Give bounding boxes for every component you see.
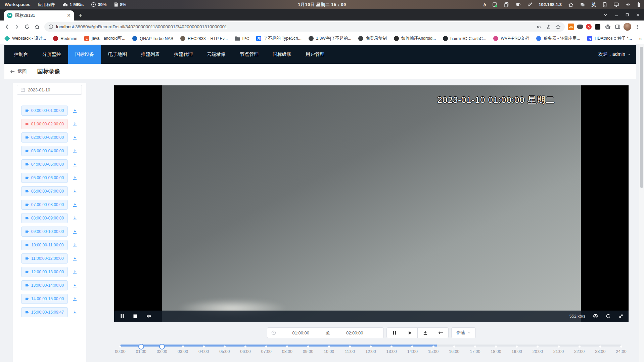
nav-item[interactable]: 国标级联 <box>266 45 298 64</box>
start-time-value[interactable]: 01:00:00 <box>276 330 326 335</box>
download-icon[interactable] <box>73 189 77 194</box>
seek-back-button[interactable] <box>433 327 449 338</box>
input-method-indicator[interactable]: 英 <box>592 2 596 8</box>
nav-item[interactable]: 控制台 <box>7 45 35 64</box>
recording-segment-button[interactable]: 10:00:00-11:00:00 <box>21 240 68 250</box>
download-icon[interactable] <box>73 230 77 234</box>
bookmark-item[interactable]: 免登录复制 <box>358 36 387 41</box>
nav-item[interactable]: 电子地图 <box>101 45 134 64</box>
color-picker-icon[interactable] <box>527 2 532 7</box>
bookmark-item[interactable]: Redmine <box>53 36 77 41</box>
recording-segment-button[interactable]: 01:00:00-02:00:00 <box>21 119 68 129</box>
clock-indicator[interactable]: 1月10日 星期二 15：09 <box>298 2 346 8</box>
download-icon[interactable] <box>73 149 77 153</box>
download-icon[interactable] <box>73 216 77 220</box>
bookmark-item[interactable]: Webstack - 设计... <box>5 36 46 41</box>
download-icon[interactable] <box>73 310 77 315</box>
player-mute-icon[interactable] <box>146 314 152 318</box>
nav-item[interactable]: 云端录像 <box>200 45 233 64</box>
nav-item[interactable]: 拉流代理 <box>167 45 200 64</box>
player-stop-icon[interactable] <box>133 314 137 318</box>
time-range-input[interactable]: 01:00:00 至 02:00:00 <box>267 327 384 338</box>
refresh-icon[interactable] <box>606 314 611 319</box>
browser-menu-kebab-icon[interactable] <box>633 23 641 31</box>
app-window-icon[interactable] <box>492 2 498 7</box>
password-key-icon[interactable] <box>537 24 542 30</box>
snapshot-shutter-icon[interactable] <box>593 314 598 319</box>
download-button[interactable] <box>417 327 433 338</box>
bookmark-item[interactable]: NHDAtmos :: 种子 *... <box>587 36 632 41</box>
download-icon[interactable] <box>73 176 77 180</box>
network-speed-indicator[interactable]: 1 MB/s <box>62 2 84 7</box>
recording-segment-button[interactable]: 09:00:00-10:00:00 <box>21 227 68 237</box>
timeline-handle[interactable] <box>138 344 144 350</box>
bookmark-item[interactable]: 服务器 - 轻量应用... <box>536 36 580 41</box>
extension-blocker-icon[interactable]: ✕ <box>586 24 592 30</box>
side-panel-icon[interactable] <box>613 23 622 31</box>
recording-segment-button[interactable]: 00:00:00-01:00:00 <box>21 106 68 116</box>
bookmark-item[interactable]: IPC <box>235 36 249 41</box>
ip-address-indicator[interactable]: 192.168.1.3 <box>539 2 562 7</box>
site-info-icon[interactable] <box>48 24 53 29</box>
timeline-track[interactable] <box>120 345 621 347</box>
recording-segment-button[interactable]: 11:00:00-12:00:00 <box>21 253 68 264</box>
fullscreen-icon[interactable] <box>618 314 624 319</box>
volume-icon[interactable] <box>626 2 631 7</box>
download-icon[interactable] <box>73 122 77 126</box>
window-minimize-button[interactable] <box>614 13 618 17</box>
clipboard-icon[interactable] <box>504 2 509 7</box>
recording-segment-button[interactable]: 03:00:00-04:00:00 <box>21 146 68 156</box>
extensions-puzzle-icon[interactable] <box>603 23 612 31</box>
new-tab-button[interactable]: + <box>79 12 82 18</box>
bookmark-item[interactable]: 知了不起的 TypeScri... <box>256 36 302 41</box>
window-maximize-button[interactable] <box>625 13 629 17</box>
workspaces-button[interactable]: Workspaces <box>5 2 30 7</box>
scrollbar-thumb[interactable] <box>640 47 643 188</box>
recording-segment-button[interactable]: 14:00:00-15:00:00 <box>21 294 68 304</box>
reload-button[interactable] <box>23 23 31 31</box>
page-scrollbar[interactable] <box>639 44 644 362</box>
download-icon[interactable] <box>73 270 77 274</box>
recording-segment-button[interactable]: 12:00:00-13:00:00 <box>21 267 68 277</box>
nav-item[interactable]: 节点管理 <box>233 45 266 64</box>
download-icon[interactable] <box>73 135 77 140</box>
download-icon[interactable] <box>73 283 77 288</box>
nav-item[interactable]: 推流列表 <box>134 45 167 64</box>
player-pause-icon[interactable] <box>120 314 124 318</box>
bookmark-star-icon[interactable] <box>555 24 561 30</box>
recording-segment-button[interactable]: 04:00:00-05:00:00 <box>21 159 68 169</box>
url-text[interactable]: localhost:38080/#/gbRecordDetail/3402000… <box>56 24 534 29</box>
download-icon[interactable] <box>73 109 77 113</box>
bookmark-item[interactable]: 1.8W字|了不起的... <box>309 36 351 41</box>
extension-pill-icon[interactable] <box>576 23 584 31</box>
window-close-button[interactable] <box>636 13 640 17</box>
extension-dark-icon[interactable] <box>593 23 602 31</box>
window-menu-chevron-icon[interactable] <box>603 13 608 17</box>
recording-segment-button[interactable]: 07:00:00-08:00:00 <box>21 200 68 210</box>
recording-segment-button[interactable]: 13:00:00-14:00:00 <box>21 280 68 290</box>
memory-usage-indicator[interactable]: 8% <box>114 2 126 7</box>
timeline-handle[interactable] <box>159 344 165 350</box>
back-link[interactable]: 返回 <box>10 69 27 75</box>
phone-link-icon[interactable] <box>602 2 607 7</box>
download-icon[interactable] <box>73 243 77 247</box>
recording-segment-button[interactable]: 05:00:00-06:00:00 <box>21 173 68 183</box>
download-icon[interactable] <box>73 297 77 301</box>
cpu-usage-indicator[interactable]: 39% <box>91 2 106 7</box>
nav-item[interactable]: 国标设备 <box>68 45 101 64</box>
workspace-switcher-icon[interactable] <box>580 2 585 7</box>
address-bar[interactable]: localhost:38080/#/gbRecordDetail/3402000… <box>44 22 565 32</box>
browser-tab[interactable]: 国标28181 ✕ <box>4 10 74 21</box>
browser-profile-avatar[interactable] <box>624 23 631 31</box>
download-icon[interactable] <box>73 256 77 261</box>
bookmark-item[interactable]: hairrrrr/C-CrashC... <box>443 36 486 41</box>
date-picker-input[interactable]: 2023-01-10 <box>17 85 82 95</box>
home-button[interactable] <box>33 23 41 31</box>
end-time-value[interactable]: 02:00:00 <box>330 330 380 335</box>
back-button[interactable] <box>3 23 11 31</box>
applications-menu[interactable]: 应用程序 <box>38 2 55 8</box>
coffee-cup-icon[interactable] <box>515 2 521 7</box>
nav-item[interactable]: 用户管理 <box>298 45 331 64</box>
speed-dropdown[interactable]: 倍速 <box>451 327 476 338</box>
recording-segment-button[interactable]: 08:00:00-09:00:00 <box>21 213 68 223</box>
